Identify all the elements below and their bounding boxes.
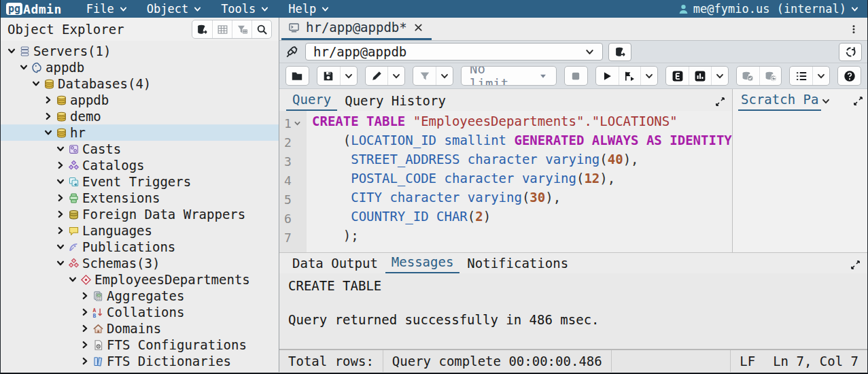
- execute-button[interactable]: [596, 67, 619, 85]
- chevron-right-icon[interactable]: [54, 226, 67, 235]
- filter-button[interactable]: [413, 67, 436, 85]
- tree-item-domains[interactable]: Domains: [1, 320, 279, 337]
- tree-item-employeesdepartments[interactable]: EmployeesDepartments: [1, 271, 279, 288]
- kebab-menu-icon[interactable]: [840, 24, 867, 35]
- explain-analyze-button[interactable]: [689, 67, 711, 85]
- tree-item-schemas-3[interactable]: Schemas(3): [1, 255, 279, 271]
- save-file-button[interactable]: [317, 67, 340, 85]
- commit-button[interactable]: [737, 67, 759, 85]
- tree-item-extensions[interactable]: Extensions: [1, 190, 279, 206]
- chevron-down-icon[interactable]: [54, 144, 67, 154]
- explain-options-button[interactable]: [711, 67, 728, 85]
- refresh-layout-button[interactable]: [839, 43, 862, 61]
- connect-server-button[interactable]: [192, 20, 212, 38]
- tree-item-foreign-data-wrappers[interactable]: Foreign Data Wrappers: [1, 206, 279, 222]
- toolbar-group: [789, 66, 830, 86]
- row-limit-value: No limit: [470, 66, 532, 86]
- search-objects-button[interactable]: [251, 20, 271, 38]
- tree-item-event-triggers[interactable]: Event Triggers: [1, 173, 279, 190]
- view-data-button[interactable]: [212, 20, 232, 38]
- tab-query[interactable]: Query: [286, 90, 337, 111]
- edit-options-button[interactable]: [387, 67, 404, 85]
- chevron-down-icon: [585, 47, 595, 57]
- pencil-icon: [370, 70, 383, 82]
- editor-code[interactable]: CREATE TABLE "EmployeesDepartments"."LOC…: [307, 111, 732, 252]
- explain-button[interactable]: [666, 67, 689, 85]
- expand-icon[interactable]: [850, 260, 861, 273]
- dropdown-triangle-icon: [538, 71, 548, 81]
- chevron-down-icon[interactable]: [821, 97, 831, 111]
- menu-file[interactable]: File: [77, 2, 137, 16]
- fold-chevron-icon[interactable]: [294, 120, 301, 127]
- expand-icon[interactable]: [853, 96, 863, 111]
- tree-item-demo[interactable]: demo: [1, 108, 279, 124]
- tab-data-output[interactable]: Data Output: [286, 254, 384, 273]
- chevron-right-icon[interactable]: [78, 340, 91, 350]
- code-line: POSTAL_CODE character varying(12),: [312, 171, 732, 190]
- object-explorer-actions: [192, 20, 272, 39]
- chevron-down-icon[interactable]: [54, 258, 67, 268]
- stop-button[interactable]: [565, 67, 587, 85]
- menu-help[interactable]: Help: [279, 2, 339, 16]
- toolbar-group: [365, 66, 406, 86]
- row-limit-select[interactable]: No limit: [462, 67, 556, 85]
- sql-editor[interactable]: 1234567 CREATE TABLE "EmployeesDepartmen…: [279, 111, 732, 252]
- code-line: STREET_ADDRESS character varying(40),: [312, 152, 732, 171]
- new-connection-button[interactable]: [608, 43, 631, 61]
- chevron-right-icon[interactable]: [41, 95, 54, 105]
- tree-item-languages[interactable]: Languages: [1, 222, 279, 239]
- execute-options-button[interactable]: [640, 67, 657, 85]
- tree-item-appdb[interactable]: appdb: [1, 92, 279, 108]
- tree-item-databases-4[interactable]: Databases(4): [1, 75, 279, 92]
- filter-options-button[interactable]: [436, 67, 453, 85]
- tab-messages[interactable]: Messages: [385, 253, 460, 273]
- tree-item-appdb[interactable]: appdb: [1, 59, 279, 75]
- menu-object[interactable]: Object: [137, 2, 211, 16]
- tree-item-collations[interactable]: ABCollations: [1, 304, 279, 320]
- tree-item-publications[interactable]: Publications: [1, 239, 279, 255]
- chevron-right-icon[interactable]: [78, 307, 91, 317]
- tree-item-catalogs[interactable]: Catalogs: [1, 157, 279, 173]
- chevron-down-icon[interactable]: [41, 128, 54, 137]
- account-menu[interactable]: me@fymio.us (internal): [678, 2, 859, 16]
- chevron-down-icon[interactable]: [17, 63, 30, 72]
- chevron-right-icon[interactable]: [78, 291, 91, 301]
- chevron-right-icon[interactable]: [54, 160, 67, 170]
- chevron-right-icon[interactable]: [78, 324, 91, 333]
- open-file-button[interactable]: [286, 67, 309, 85]
- chevron-right-icon[interactable]: [41, 112, 54, 121]
- macros-options-button[interactable]: [812, 67, 829, 85]
- chevron-down-icon[interactable]: [54, 242, 67, 252]
- close-icon[interactable]: [413, 22, 423, 33]
- chevron-down-icon[interactable]: [66, 275, 79, 284]
- help-button[interactable]: [838, 67, 861, 85]
- tree-item-aggregates[interactable]: Aggregates: [1, 288, 279, 304]
- tab-scratch-pad[interactable]: Scratch Pa: [738, 90, 821, 111]
- tree-item-fts-configurations[interactable]: FTS Configurations: [1, 337, 279, 353]
- tree-item-hr[interactable]: hr: [1, 124, 279, 141]
- tab-notifications[interactable]: Notifications: [461, 254, 574, 273]
- chevron-down-icon[interactable]: [29, 79, 42, 88]
- edit-button[interactable]: [366, 67, 388, 85]
- chevron-right-icon[interactable]: [54, 209, 67, 219]
- status-eol-mode[interactable]: LF: [730, 350, 764, 372]
- tree-item-casts[interactable]: Casts: [1, 141, 279, 157]
- chevron-down-icon[interactable]: [5, 46, 18, 56]
- chevron-down-icon[interactable]: [54, 177, 67, 186]
- macros-button[interactable]: [790, 67, 812, 85]
- chevron-right-icon[interactable]: [78, 356, 91, 366]
- execute-script-button[interactable]: [619, 67, 641, 85]
- filtered-rows-button[interactable]: [232, 20, 251, 38]
- rollback-button[interactable]: [759, 67, 782, 85]
- save-options-button[interactable]: [340, 67, 357, 85]
- connection-select[interactable]: hr/app@appdb: [305, 43, 603, 61]
- scratch-pad-textarea[interactable]: [733, 111, 867, 252]
- tree-item-fts-dictionaries[interactable]: FTS Dictionaries: [1, 353, 279, 369]
- menu-tools[interactable]: Tools: [211, 2, 279, 16]
- tree-item-servers-1[interactable]: Servers(1): [1, 43, 279, 59]
- tab-query-history[interactable]: Query History: [338, 92, 452, 111]
- expand-icon[interactable]: [715, 97, 725, 111]
- chevron-right-icon[interactable]: [54, 193, 67, 203]
- query-tool-tab[interactable]: hr/app@appdb*: [281, 18, 432, 40]
- explain-icon: [672, 70, 684, 82]
